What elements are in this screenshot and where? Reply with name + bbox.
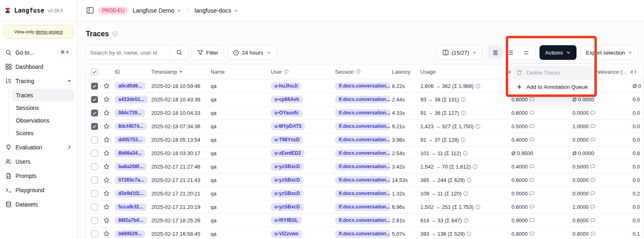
actions-button[interactable]: Actions bbox=[540, 45, 577, 60]
sidebar-item-sessions[interactable]: Sessions bbox=[12, 101, 74, 114]
trace-id-badge[interactable]: 084c739... bbox=[115, 109, 145, 117]
trace-id-badge[interactable]: dd05753... bbox=[115, 136, 146, 144]
table-row[interactable]: dd05753...2025-02-18 05:13:54qau-T98YnzD… bbox=[86, 133, 644, 147]
session-badge[interactable]: lf.docs.conversation... bbox=[335, 109, 390, 117]
user-badge[interactable]: u-yzSBxcD bbox=[271, 203, 304, 211]
search-input[interactable] bbox=[86, 46, 170, 59]
goto-search[interactable]: Go to... ⌘ K bbox=[2, 45, 74, 59]
export-selection-button[interactable]: Export selection bbox=[580, 45, 638, 60]
row-checkbox[interactable] bbox=[91, 96, 98, 103]
trace-id-badge[interactable]: a433de51... bbox=[115, 96, 148, 103]
sidebar-item-users[interactable]: Users bbox=[2, 154, 74, 169]
sidebar-item-playground[interactable]: Playground bbox=[2, 183, 74, 197]
sidebar-item-dashboard[interactable]: Dashboard bbox=[2, 59, 74, 74]
column-header-score3[interactable]: # I bbox=[629, 69, 644, 75]
table-row[interactable]: 8b66a34...2025-02-18 03:30:17qau-zEwdED2… bbox=[86, 147, 644, 160]
bookmark-star-icon[interactable] bbox=[103, 177, 110, 183]
user-badge[interactable]: u-yzSBxcD bbox=[271, 163, 304, 171]
session-badge[interactable]: lf.docs.conversation... bbox=[335, 149, 390, 157]
bookmark-star-icon[interactable] bbox=[103, 136, 110, 143]
trace-id-badge[interactable]: 8b66a34... bbox=[115, 149, 145, 157]
user-badge[interactable]: u-OYauofc bbox=[271, 109, 302, 117]
sidebar-item-scores[interactable]: Scores bbox=[12, 127, 74, 139]
user-badge[interactable]: u-yzSBxcD bbox=[271, 176, 304, 184]
bookmark-star-icon[interactable] bbox=[103, 190, 110, 197]
session-badge[interactable]: lf.docs.conversation... bbox=[335, 203, 390, 211]
trace-id-badge[interactable]: ba8a208f... bbox=[115, 163, 147, 171]
trace-id-badge[interactable]: 07265c7a... bbox=[115, 176, 148, 184]
bookmark-star-icon[interactable] bbox=[103, 123, 110, 129]
bookmark-star-icon[interactable] bbox=[103, 230, 110, 237]
table-row[interactable]: d3e9d1f2...2025-02-17 21:20:21qau-yzSBxc… bbox=[86, 187, 644, 200]
time-range-button[interactable]: 24 hours bbox=[227, 45, 277, 60]
column-header-id[interactable]: ID bbox=[113, 69, 150, 75]
row-checkbox[interactable] bbox=[91, 217, 98, 224]
table-row[interactable]: 8dcf4574...2025-02-18 07:34:36qau-MYpDAT… bbox=[86, 120, 644, 133]
column-header-user[interactable]: User bbox=[269, 69, 333, 75]
session-badge[interactable]: lf.docs.conversation... bbox=[335, 217, 390, 224]
column-header-usage[interactable]: Usage bbox=[419, 69, 507, 75]
trace-id-badge[interactable]: 88f2a7b0... bbox=[115, 217, 147, 224]
user-badge[interactable]: u-T98YnzD bbox=[271, 136, 303, 144]
row-height-tall-icon[interactable] bbox=[519, 46, 534, 59]
trace-id-badge[interactable]: b669529... bbox=[115, 230, 145, 238]
trace-id-badge[interactable]: d3e9d1f2... bbox=[115, 190, 147, 197]
session-badge[interactable]: lf.docs.conversation... bbox=[335, 123, 390, 130]
session-badge[interactable]: lf.docs.conversation... bbox=[335, 230, 390, 238]
user-badge[interactable]: u-MYpDAT5 bbox=[271, 123, 305, 130]
session-badge[interactable]: lf.docs.conversation... bbox=[335, 176, 390, 184]
row-checkbox[interactable] bbox=[91, 136, 98, 143]
row-checkbox[interactable] bbox=[91, 163, 98, 170]
bookmark-star-icon[interactable] bbox=[103, 83, 110, 89]
row-checkbox[interactable] bbox=[91, 150, 98, 157]
bookmark-star-icon[interactable] bbox=[103, 110, 110, 116]
bookmark-star-icon[interactable] bbox=[103, 204, 110, 210]
user-badge[interactable]: u-VIZzvwo bbox=[271, 230, 302, 238]
sidebar-item-observations[interactable]: Observations bbox=[12, 114, 74, 127]
table-row[interactable]: b669529...2025-02-17 16:58:45qau-VIZzvwo… bbox=[86, 227, 644, 239]
row-checkbox[interactable] bbox=[91, 110, 98, 116]
column-header-name[interactable]: Name bbox=[209, 69, 269, 75]
row-height-compact-icon[interactable] bbox=[488, 46, 503, 59]
table-row[interactable]: ba8a208f...2025-02-17 21:27:46qau-yzSBxc… bbox=[86, 160, 644, 173]
row-checkbox[interactable] bbox=[91, 123, 98, 130]
row-checkbox[interactable] bbox=[91, 204, 98, 210]
column-visibility-button[interactable]: (15/27) bbox=[437, 45, 483, 60]
column-header-session[interactable]: Session bbox=[333, 69, 390, 75]
row-height-medium-icon[interactable] bbox=[503, 46, 519, 59]
bookmark-star-icon[interactable] bbox=[103, 150, 110, 156]
column-header-timestamp[interactable]: Timestamp▼ bbox=[150, 69, 209, 75]
session-badge[interactable]: lf.docs.conversation... bbox=[335, 190, 390, 197]
project-breadcrumb[interactable]: langfuse-docs bbox=[194, 7, 238, 14]
session-badge[interactable]: lf.docs.conversation... bbox=[335, 82, 390, 90]
org-breadcrumb[interactable]: Langfuse Demo bbox=[133, 7, 181, 14]
menu-item-add-to-annotation-queue[interactable]: Add to Annotation Queue bbox=[513, 80, 592, 94]
user-badge[interactable]: u-f0YfBSL bbox=[271, 217, 302, 224]
sidebar-toggle-icon[interactable] bbox=[86, 7, 94, 14]
table-row[interactable]: 084c739...2025-02-18 10:04:33qau-OYauofc… bbox=[86, 106, 644, 120]
user-badge[interactable]: u-huJhuJi bbox=[271, 82, 301, 90]
column-header-latency[interactable]: Latency bbox=[390, 69, 419, 75]
session-badge[interactable]: lf.docs.conversation... bbox=[335, 136, 390, 144]
sidebar-item-datasets[interactable]: Datasets bbox=[2, 197, 74, 211]
filter-button[interactable]: Filter bbox=[191, 45, 224, 60]
row-checkbox[interactable] bbox=[91, 83, 98, 90]
session-badge[interactable]: lf.docs.conversation... bbox=[335, 96, 390, 103]
table-row[interactable]: 07265c7a...2025-02-17 21:21:43qau-yzSBxc… bbox=[86, 173, 644, 187]
search-submit-icon[interactable] bbox=[170, 46, 188, 59]
sidebar-item-evaluation[interactable]: Evaluation bbox=[2, 140, 74, 154]
demo-project-link[interactable]: demo project bbox=[36, 29, 63, 34]
session-badge[interactable]: lf.docs.conversation... bbox=[335, 163, 390, 171]
table-row[interactable]: 88f2a7b0...2025-02-17 18:25:26qau-f0YfBS… bbox=[86, 214, 644, 227]
sidebar-item-prompts[interactable]: Prompts bbox=[2, 169, 74, 183]
sidebar-item-tracing[interactable]: Tracing bbox=[2, 74, 74, 88]
trace-id-badge[interactable]: 8dcf4574... bbox=[115, 123, 147, 130]
sidebar-item-traces[interactable]: Traces bbox=[12, 89, 74, 101]
menu-item-delete-traces[interactable]: Delete Traces bbox=[513, 66, 592, 80]
user-badge[interactable]: u-cp66Avh bbox=[271, 96, 303, 103]
row-checkbox[interactable] bbox=[91, 177, 98, 184]
user-badge[interactable]: u-yzSBxcD bbox=[271, 190, 304, 197]
table-row[interactable]: 5cca9cf2...2025-02-17 21:20:19qau-yzSBxc… bbox=[86, 200, 644, 214]
trace-id-badge[interactable]: 5cca9cf2... bbox=[115, 203, 147, 211]
bookmark-star-icon[interactable] bbox=[103, 163, 110, 170]
